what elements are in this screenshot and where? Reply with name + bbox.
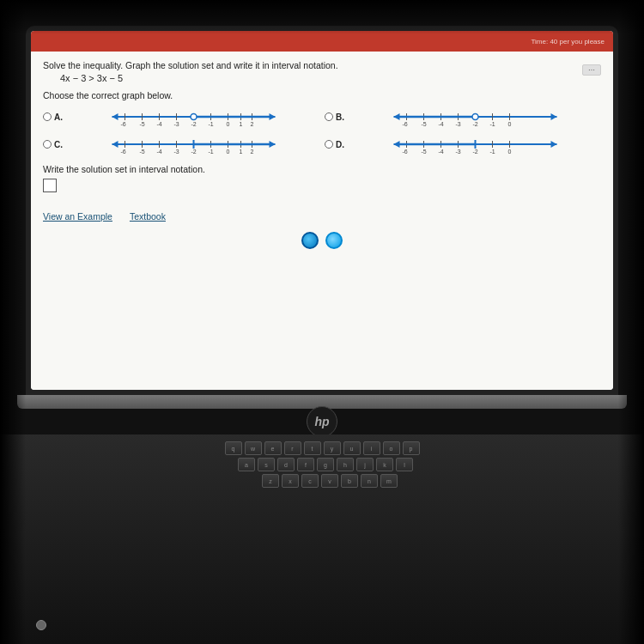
option-b[interactable]: B. <box>325 112 344 122</box>
svg-text:1: 1 <box>240 121 243 127</box>
number-line-d: -6 -5 -4 -3 -2 -1 0 <box>349 133 601 155</box>
number-line-c: -6 -5 -4 -3 -2 -1 0 <box>68 133 319 155</box>
key-m[interactable]: m <box>380 474 398 488</box>
screen: Time: 40 per you please Solve the inequa… <box>31 31 613 390</box>
power-indicator <box>36 620 46 630</box>
key-j[interactable]: j <box>356 458 374 471</box>
svg-text:-4: -4 <box>156 149 161 155</box>
svg-text:-5: -5 <box>421 149 426 155</box>
view-example-link[interactable]: View an Example <box>43 211 112 222</box>
svg-text:-4: -4 <box>438 149 443 155</box>
svg-marker-25 <box>551 113 557 120</box>
svg-text:-5: -5 <box>139 121 144 127</box>
svg-text:-3: -3 <box>455 121 460 127</box>
label-c: C. <box>54 140 63 149</box>
svg-point-41 <box>472 114 478 120</box>
svg-text:-6: -6 <box>120 149 125 155</box>
key-q[interactable]: q <box>225 441 242 455</box>
key-g[interactable]: g <box>317 458 334 471</box>
svg-text:0: 0 <box>227 149 230 155</box>
solution-label: Write the solution set in interval notat… <box>43 164 601 174</box>
hp-logo: hp <box>307 406 337 437</box>
key-e[interactable]: e <box>264 441 282 455</box>
number-line-a: -6 -5 -4 -3 -2 -1 0 <box>68 106 319 128</box>
option-a[interactable]: A. <box>43 112 63 122</box>
key-r[interactable]: r <box>284 441 301 455</box>
svg-text:0: 0 <box>227 121 230 127</box>
choose-label: Choose the correct graph below. <box>43 90 601 100</box>
key-z[interactable]: z <box>262 474 279 488</box>
key-d[interactable]: d <box>277 458 295 471</box>
key-w[interactable]: w <box>245 441 262 455</box>
top-bar-text: Time: 40 per you please <box>531 38 605 46</box>
key-l[interactable]: l <box>396 458 413 471</box>
svg-marker-43 <box>112 141 118 148</box>
svg-text:-5: -5 <box>421 121 426 127</box>
svg-point-22 <box>191 114 197 120</box>
svg-text:-3: -3 <box>173 121 179 127</box>
textbook-link[interactable]: Textbook <box>130 211 166 222</box>
svg-text:-2: -2 <box>472 149 477 155</box>
option-c[interactable]: C. <box>43 140 63 149</box>
key-s[interactable]: s <box>258 458 275 471</box>
svg-text:-3: -3 <box>173 149 179 155</box>
question-instruction: Solve the inequality. Graph the solution… <box>43 60 601 70</box>
svg-text:-1: -1 <box>489 149 495 155</box>
option-d[interactable]: D. <box>325 140 344 149</box>
label-b: B. <box>336 112 344 122</box>
svg-text:-1: -1 <box>208 121 213 127</box>
key-b[interactable]: b <box>341 474 358 488</box>
radio-a[interactable] <box>43 112 52 121</box>
svg-text:0: 0 <box>508 149 512 155</box>
radio-c[interactable] <box>43 140 52 149</box>
key-i[interactable]: i <box>363 441 380 455</box>
svg-text:-1: -1 <box>208 149 213 155</box>
equation: 4x − 3 > 3x − 5 <box>60 73 601 83</box>
key-c[interactable]: c <box>301 474 319 488</box>
key-t[interactable]: t <box>304 441 321 455</box>
svg-text:-6: -6 <box>402 121 407 127</box>
key-u[interactable]: u <box>343 441 361 455</box>
key-v[interactable]: v <box>321 474 338 488</box>
number-line-b: -6 -5 -4 -3 -2 -1 0 <box>349 106 601 128</box>
key-p[interactable]: p <box>403 441 420 455</box>
svg-text:-2: -2 <box>191 121 196 127</box>
radio-d[interactable] <box>325 140 333 149</box>
svg-marker-67 <box>551 141 557 148</box>
key-n[interactable]: n <box>361 474 378 488</box>
circle-icon-1 <box>301 232 319 249</box>
svg-text:-5: -5 <box>139 149 144 155</box>
solution-input-box[interactable] <box>43 179 57 192</box>
svg-text:2: 2 <box>251 121 254 127</box>
svg-text:2: 2 <box>251 149 254 155</box>
key-y[interactable]: y <box>324 441 341 455</box>
svg-text:-2: -2 <box>191 149 196 155</box>
svg-text:-1: -1 <box>489 121 495 127</box>
svg-text:-3: -3 <box>455 149 460 155</box>
svg-marker-1 <box>112 113 118 120</box>
svg-text:1: 1 <box>240 149 243 155</box>
expand-button[interactable]: ⋯ <box>582 64 601 76</box>
radio-b[interactable] <box>325 112 333 121</box>
svg-text:-6: -6 <box>402 149 407 155</box>
key-f[interactable]: f <box>297 458 314 471</box>
svg-text:-4: -4 <box>156 121 161 127</box>
key-o[interactable]: o <box>383 441 400 455</box>
key-x[interactable]: x <box>282 474 299 488</box>
key-k[interactable]: k <box>376 458 393 471</box>
circle-icon-2 <box>325 232 343 249</box>
svg-text:-6: -6 <box>120 121 125 127</box>
key-h[interactable]: h <box>337 458 354 471</box>
svg-text:-4: -4 <box>438 121 443 127</box>
label-d: D. <box>336 140 344 149</box>
key-a[interactable]: a <box>238 458 255 471</box>
label-a: A. <box>54 112 63 122</box>
svg-text:-2: -2 <box>472 121 477 127</box>
svg-text:0: 0 <box>508 121 512 127</box>
